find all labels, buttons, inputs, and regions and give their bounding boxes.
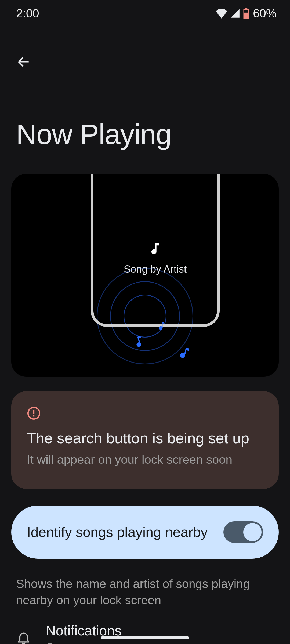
warning-subtitle: It will appear on your lock screen soon xyxy=(27,453,263,467)
illustration-song-label: Song by Artist xyxy=(124,264,187,275)
cellular-icon xyxy=(230,8,241,19)
svg-rect-4 xyxy=(33,415,34,417)
page-title: Now Playing xyxy=(16,118,171,151)
status-right: 60% xyxy=(215,7,277,20)
svg-rect-0 xyxy=(244,13,248,18)
alert-circle-icon xyxy=(27,406,263,421)
navigation-handle[interactable] xyxy=(101,636,189,639)
battery-percent: 60% xyxy=(253,7,277,20)
music-note-icon xyxy=(148,239,163,259)
phone-outline-icon: Song by Artist xyxy=(91,174,220,327)
identify-songs-switch[interactable] xyxy=(223,521,263,543)
battery-icon xyxy=(243,8,250,19)
setup-warning-card: The search button is being set up It wil… xyxy=(11,391,279,489)
wifi-icon xyxy=(215,8,228,19)
music-note-icon xyxy=(156,320,167,332)
status-bar: 2:00 60% xyxy=(0,0,290,27)
switch-knob xyxy=(243,523,262,541)
status-time: 2:00 xyxy=(16,7,39,20)
svg-rect-3 xyxy=(33,410,34,414)
svg-rect-1 xyxy=(244,10,248,13)
arrow-left-icon xyxy=(16,54,31,69)
bell-icon xyxy=(16,630,31,644)
illustration-card: Song by Artist xyxy=(11,174,279,377)
identify-songs-description: Shows the name and artist of songs playi… xyxy=(16,576,274,609)
notifications-row[interactable]: Notifications On xyxy=(16,623,274,644)
notifications-status: On xyxy=(46,641,122,644)
warning-title: The search button is being set up xyxy=(27,429,263,447)
identify-songs-label: Identify songs playing nearby xyxy=(27,524,208,540)
back-button[interactable] xyxy=(13,51,34,72)
identify-songs-toggle-row[interactable]: Identify songs playing nearby xyxy=(11,506,279,559)
notifications-title: Notifications xyxy=(46,623,122,639)
music-note-icon xyxy=(132,335,146,349)
music-note-icon xyxy=(177,346,192,361)
